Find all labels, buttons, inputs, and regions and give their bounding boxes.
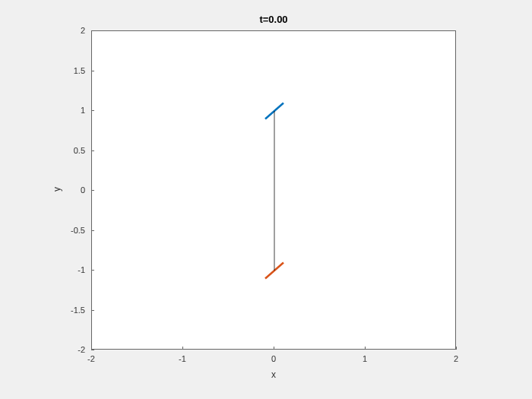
- y-tick: [91, 30, 94, 31]
- x-tick-label: -2: [87, 354, 95, 363]
- x-tick-label: 2: [454, 354, 458, 363]
- y-tick-label: -1.5: [71, 306, 85, 315]
- x-tick: [456, 347, 457, 350]
- y-tick-label: 2: [81, 26, 85, 35]
- x-tick-label: 1: [363, 354, 367, 363]
- y-tick: [91, 310, 94, 311]
- y-tick-label: 1: [81, 106, 85, 115]
- y-tick-label: 0: [81, 185, 85, 195]
- y-tick-label: -1: [78, 265, 85, 274]
- x-tick: [274, 347, 274, 350]
- y-tick-label: -0.5: [71, 226, 85, 235]
- x-tick: [182, 347, 183, 350]
- plot-axes[interactable]: [91, 30, 456, 350]
- y-tick: [91, 71, 94, 71]
- y-tick: [91, 110, 94, 111]
- plot-canvas: [92, 31, 457, 350]
- x-tick: [365, 347, 366, 350]
- y-tick: [91, 150, 94, 151]
- y-tick: [91, 190, 94, 191]
- y-tick: [91, 230, 94, 231]
- x-tick-label: -1: [179, 354, 186, 363]
- figure-window: t=0.00 x y -2-1012-2-1.5-1-0.500.511.52: [0, 0, 532, 399]
- x-axis-label: x: [91, 369, 456, 380]
- x-tick-label: 0: [271, 354, 276, 363]
- y-tick: [91, 270, 94, 271]
- chart-title: t=0.00: [91, 14, 456, 25]
- y-tick: [91, 350, 94, 350]
- y-tick-label: 1.5: [74, 66, 85, 75]
- y-tick-label: -2: [78, 345, 85, 354]
- y-tick-label: 0.5: [74, 146, 85, 155]
- y-axis-label: y: [52, 182, 62, 197]
